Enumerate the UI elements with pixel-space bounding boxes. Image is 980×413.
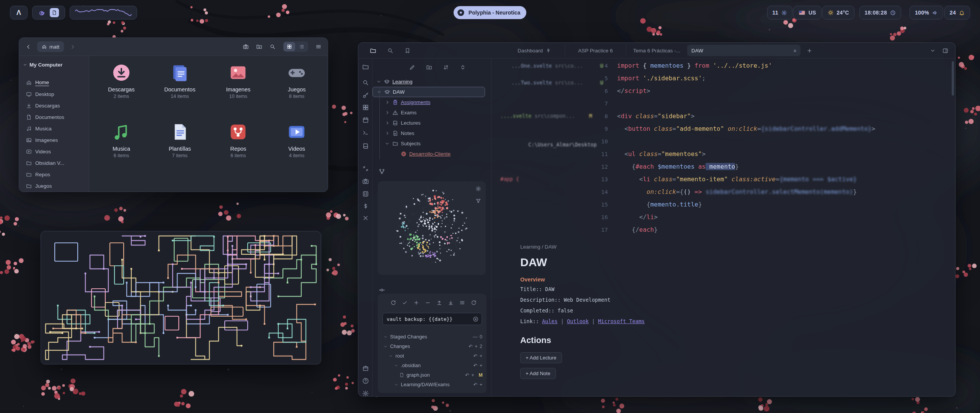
close-tab-icon[interactable]: × bbox=[793, 47, 797, 54]
git-refresh-button[interactable] bbox=[471, 300, 477, 306]
ribbon-terminal-button[interactable] bbox=[361, 128, 370, 137]
folder-imagenes[interactable]: Imagenes10 items bbox=[211, 62, 265, 99]
notifications-module[interactable]: 24 bbox=[944, 6, 970, 20]
git-row-obsidian[interactable]: .obsidian↶ + bbox=[382, 361, 483, 370]
ribbon-broken-links-button[interactable] bbox=[361, 164, 370, 173]
graph-settings-icon[interactable] bbox=[475, 186, 481, 192]
ribbon-canvas-button[interactable] bbox=[361, 103, 370, 112]
ribbon-search-button[interactable] bbox=[361, 78, 370, 87]
file-tree-item-daw[interactable]: DAW bbox=[372, 87, 485, 97]
new-note-button[interactable] bbox=[409, 64, 415, 70]
ribbon-random-note-button[interactable] bbox=[361, 190, 370, 198]
git-stage-all-button[interactable] bbox=[413, 300, 419, 306]
git-row-staged-changes[interactable]: Staged Changes— 0 bbox=[382, 332, 483, 341]
git-backup-button[interactable] bbox=[390, 300, 396, 306]
git-row-root[interactable]: root↶ + bbox=[382, 351, 483, 361]
sidebar-item-descargas[interactable]: Descargas bbox=[19, 100, 89, 111]
ribbon-daily-note-button[interactable] bbox=[361, 116, 370, 124]
now-playing-widget[interactable]: Polyphia - Neurotica bbox=[454, 6, 526, 19]
new-folder-button[interactable] bbox=[256, 44, 262, 50]
sidebar-item-repos[interactable]: Repos bbox=[19, 169, 89, 180]
folder-descargas[interactable]: Descargas2 items bbox=[95, 62, 148, 99]
git-list-view-button[interactable] bbox=[459, 300, 465, 306]
ribbon-close-pane-button[interactable] bbox=[361, 214, 370, 222]
add-note-button[interactable]: + Add Note bbox=[520, 368, 556, 379]
file-tree-item-notes[interactable]: Notes bbox=[372, 128, 485, 138]
sidebar-item-home[interactable]: Home bbox=[19, 77, 89, 88]
folder-documentos[interactable]: Documentos14 items bbox=[153, 62, 207, 99]
link-microsoft-teams[interactable]: Microsoft Teams bbox=[598, 318, 645, 324]
weather-module[interactable]: 24°C bbox=[822, 6, 854, 20]
link-aules[interactable]: Aules bbox=[542, 318, 558, 324]
code-editor[interactable]: 4import { mementoes } from '../../store.… bbox=[491, 59, 875, 236]
volume-module[interactable]: 100% bbox=[910, 6, 943, 20]
tab-dashboard[interactable]: Dashboard bbox=[504, 45, 565, 56]
ribbon-files-button[interactable] bbox=[361, 63, 370, 71]
clear-message-icon[interactable] bbox=[473, 316, 479, 322]
file-tree-item-learning[interactable]: Learning bbox=[372, 76, 485, 87]
commit-message-input[interactable] bbox=[386, 316, 473, 322]
tab-list-button[interactable] bbox=[930, 48, 936, 54]
bookmarks-view-tab[interactable] bbox=[404, 47, 411, 54]
ribbon-quick-switcher-button[interactable] bbox=[361, 91, 370, 99]
search-button[interactable] bbox=[270, 44, 276, 50]
graph-section-icon[interactable] bbox=[379, 168, 386, 175]
ribbon-reading-mode-button[interactable] bbox=[361, 142, 370, 150]
keyboard-layout-module[interactable]: US bbox=[793, 6, 822, 20]
sort-order-button[interactable] bbox=[443, 64, 449, 70]
new-tab-button[interactable] bbox=[807, 48, 812, 54]
ribbon-screenshot-button[interactable] bbox=[361, 177, 370, 185]
add-lecture-button[interactable]: + Add Lecture bbox=[520, 352, 562, 363]
git-push-button[interactable] bbox=[436, 300, 442, 306]
updates-module[interactable]: 11 bbox=[767, 6, 792, 20]
git-row-changes[interactable]: Changes↶ + 2 bbox=[382, 341, 483, 351]
ribbon-help-button[interactable] bbox=[361, 377, 370, 385]
right-sidebar-toggle-button[interactable] bbox=[942, 48, 948, 54]
list-view-button[interactable] bbox=[296, 42, 307, 51]
menu-button[interactable] bbox=[315, 44, 322, 50]
sidebar-item-musica[interactable]: Musica bbox=[19, 123, 89, 134]
scrollbar[interactable] bbox=[952, 61, 954, 96]
sidebar-item-videos[interactable]: Videos bbox=[19, 146, 89, 157]
workspace-apps-module[interactable] bbox=[32, 6, 65, 20]
sidebar-item-imagenes[interactable]: Imagenes bbox=[19, 135, 89, 145]
graph-filter-icon[interactable] bbox=[475, 198, 481, 204]
sidebar-header[interactable]: My Computer bbox=[23, 62, 62, 68]
sidebar-item-desktop[interactable]: Desktop bbox=[19, 89, 89, 99]
files-view-tab[interactable] bbox=[370, 47, 376, 54]
git-commit-button[interactable] bbox=[402, 300, 408, 306]
ribbon-vault-switcher-button[interactable] bbox=[361, 364, 370, 372]
file-tree-item-desarrollo-cliente[interactable]: Desarrollo-Cliente bbox=[372, 149, 485, 159]
folder-juegos[interactable]: Juegos8 items bbox=[270, 62, 323, 99]
folder-videos[interactable]: Videos4 items bbox=[270, 121, 323, 158]
collapse-all-button[interactable] bbox=[460, 64, 466, 70]
screenshot-button[interactable] bbox=[243, 44, 249, 50]
file-tree-item-assignments[interactable]: Assignments bbox=[372, 97, 485, 107]
git-row-learning-daw-exams[interactable]: Learning/DAW/Exams↶ + bbox=[382, 380, 483, 389]
clock-module[interactable]: 18:08:28 bbox=[859, 6, 901, 20]
file-tree-item-exams[interactable]: Exams bbox=[372, 107, 485, 118]
file-tree-item-subjects[interactable]: Subjects bbox=[372, 138, 485, 149]
new-folder-button[interactable] bbox=[426, 64, 432, 70]
git-section-icon[interactable] bbox=[379, 287, 386, 293]
ribbon-settings-button[interactable] bbox=[361, 389, 370, 397]
git-pull-button[interactable] bbox=[448, 300, 454, 306]
graph-view[interactable] bbox=[378, 181, 486, 275]
folder-plantillas[interactable]: Plantillas7 items bbox=[153, 121, 207, 158]
git-row-graph-json[interactable]: graph.json↶ +M bbox=[382, 370, 483, 380]
back-button[interactable] bbox=[25, 44, 32, 50]
path-pill[interactable]: matt bbox=[37, 41, 64, 52]
launcher-button[interactable]: Λ bbox=[10, 6, 28, 20]
sidebar-item-juegos[interactable]: Juegos bbox=[19, 180, 89, 191]
link-outlook[interactable]: Outlook bbox=[567, 318, 589, 324]
forward-button[interactable] bbox=[69, 44, 76, 50]
git-unstage-all-button[interactable] bbox=[425, 300, 431, 306]
grid-view-button[interactable] bbox=[284, 42, 295, 51]
tab-asp-practice-6[interactable]: ASP Practice 6 bbox=[565, 45, 626, 56]
tab-daw[interactable]: DAW× bbox=[688, 45, 800, 56]
ribbon-donate-button[interactable] bbox=[361, 202, 370, 210]
tab-tema-6-pr-cticas[interactable]: Tema 6 Prácticas -... bbox=[626, 45, 688, 56]
file-tree-item-lectures[interactable]: Lectures bbox=[372, 118, 485, 128]
sidebar-item-obsidian-v[interactable]: Obsidian V... bbox=[19, 158, 89, 168]
folder-repos[interactable]: Repos6 items bbox=[211, 121, 265, 158]
